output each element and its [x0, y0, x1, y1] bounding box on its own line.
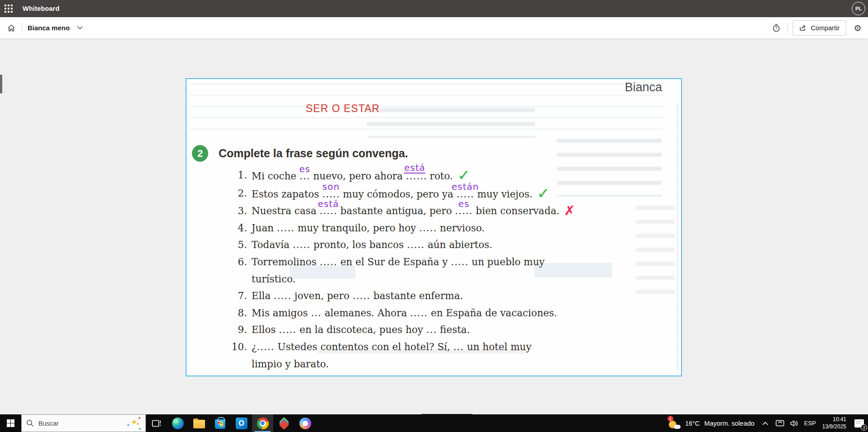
- check-mark: ✓: [537, 184, 550, 202]
- item-text: Juan ..... muy tranquilo, pero hoy .....…: [252, 220, 485, 237]
- bluestacks-icon: [278, 418, 290, 429]
- blank-dots: .....: [407, 239, 425, 250]
- divider: [788, 23, 788, 33]
- chrome-icon: [257, 418, 269, 429]
- blank-dots: .....está: [406, 170, 424, 182]
- board-name[interactable]: Bianca meno: [28, 24, 70, 32]
- item-number: 7.: [213, 287, 252, 305]
- start-button[interactable]: [0, 414, 21, 432]
- home-icon: [7, 23, 16, 33]
- item-number: 9.: [213, 321, 252, 338]
- whiteboard-app-window: Whiteboard PL Bianca meno: [0, 0, 868, 432]
- taskbar-app-outlook[interactable]: O: [231, 414, 252, 432]
- taskbar-app-bluestacks[interactable]: [273, 414, 294, 432]
- blank-dots: .....: [277, 222, 294, 234]
- notification-badge: 3: [861, 424, 867, 431]
- whiteboard-canvas[interactable]: Bianca SER O ESTAR 2 Complete la frase s…: [0, 39, 868, 414]
- clock-date: 13/9/2025: [822, 423, 846, 431]
- weather-widget[interactable]: 1 16°C Mayorm. soleado: [665, 417, 758, 429]
- exercise-item: 2.Estos zapatos .....son muy cómodos, pe…: [213, 185, 669, 203]
- inserted-image-selected[interactable]: Bianca SER O ESTAR 2 Complete la frase s…: [186, 78, 682, 376]
- blank-dots: ...es: [299, 170, 310, 182]
- copilot-icon: [299, 418, 311, 429]
- item-number: 10.: [213, 338, 252, 372]
- exercise-item: 8.Mis amigos ... alemanes. Ahora ..... e…: [213, 305, 669, 322]
- board-menu-chevron[interactable]: [73, 21, 87, 35]
- timer-button[interactable]: [770, 21, 783, 35]
- clock[interactable]: 10:41 13/9/2025: [819, 416, 850, 430]
- blank-dots: .....: [279, 324, 296, 335]
- ink-annotation: están: [452, 182, 479, 191]
- taskbar-app-copilot[interactable]: [294, 414, 316, 432]
- file-explorer-icon: [193, 420, 205, 428]
- volume-button[interactable]: [787, 414, 802, 432]
- exercise-instruction: Complete la frase según convenga.: [219, 147, 408, 160]
- divider: [22, 23, 22, 33]
- item-text: ¿..... Ustedes contentos con el hotel? S…: [252, 338, 532, 372]
- item-number: 5.: [213, 236, 252, 254]
- microsoft-store-icon: [215, 419, 225, 429]
- weather-temp: 16°C: [685, 420, 700, 427]
- app-launcher-grid-icon: [5, 5, 13, 13]
- taskbar-app-file-explorer[interactable]: [188, 414, 210, 432]
- blank-dots: .....: [451, 256, 468, 268]
- task-view-button[interactable]: [146, 414, 167, 432]
- system-tray: 1 16°C Mayorm. soleado: [665, 414, 868, 432]
- blank-dots: ...: [311, 307, 322, 319]
- menu-bar: Bianca meno Comparti: [0, 17, 868, 39]
- item-number: 4.: [213, 220, 252, 237]
- author-name: Bianca: [625, 80, 662, 94]
- page-edge-perforation: [677, 104, 678, 370]
- scan-artifact: [367, 108, 535, 138]
- windows-taskbar: Buscar ✦✦✦ O 1: [0, 414, 868, 432]
- clock-time: 10:41: [822, 416, 846, 423]
- item-number: 6.: [213, 254, 252, 287]
- account-avatar[interactable]: PL: [852, 2, 865, 15]
- title-bar: Whiteboard PL: [0, 0, 868, 17]
- item-text: Estos zapatos .....son muy cómodos, pero…: [252, 185, 550, 203]
- search-icon: [26, 419, 34, 427]
- home-button[interactable]: [5, 21, 18, 35]
- item-text: Torremolinos ..... en el Sur de España y…: [252, 254, 545, 287]
- item-number: 3.: [213, 202, 252, 220]
- language-indicator[interactable]: ESP: [802, 420, 819, 427]
- edge-icon: [172, 418, 184, 429]
- chevron-down-icon: [77, 26, 83, 30]
- blank-dots: .....está: [320, 205, 337, 216]
- blank-dots: .....es: [455, 205, 473, 216]
- blank-dots: .....: [274, 290, 291, 301]
- item-number: 8.: [213, 305, 252, 322]
- taskbar-app-chrome-active[interactable]: [252, 414, 273, 432]
- ink-annotation: está: [318, 199, 339, 208]
- taskbar-app-edge[interactable]: [167, 414, 188, 432]
- gear-icon: ⚙: [854, 23, 861, 33]
- connect-display-button[interactable]: [773, 414, 787, 432]
- taskbar-search-box[interactable]: Buscar ✦✦✦: [21, 414, 146, 432]
- item-text: Mis amigos ... alemanes. Ahora ..... en …: [252, 305, 557, 322]
- vertical-scrollbar-thumb[interactable]: [0, 75, 2, 94]
- show-hidden-icons-button[interactable]: [758, 414, 773, 432]
- item-text: Ellos ..... en la discoteca, pues hoy ..…: [252, 321, 470, 338]
- windows-logo-icon: [7, 419, 15, 427]
- item-text: Ella ..... joven, pero ..... bastante en…: [252, 287, 463, 305]
- app-launcher-button[interactable]: [0, 0, 17, 17]
- notification-center-button[interactable]: 3: [850, 414, 868, 432]
- task-view-icon: [152, 419, 162, 428]
- blank-dots: .....: [320, 256, 337, 268]
- search-placeholder: Buscar: [38, 420, 59, 427]
- weather-condition: Mayorm. soleado: [704, 420, 754, 427]
- exercise-item: 1.Mi coche ...es nuevo, pero ahora .....…: [213, 167, 669, 185]
- item-text: Mi coche ...es nuevo, pero ahora .....es…: [252, 167, 470, 185]
- ruled-line: [190, 84, 663, 84]
- search-highlights-icon: ✦✦✦: [126, 417, 141, 430]
- settings-button[interactable]: ⚙: [851, 21, 864, 35]
- blank-dots: .....: [419, 222, 437, 234]
- cross-mark: ✗: [564, 203, 575, 218]
- taskbar-app-store[interactable]: [210, 414, 231, 432]
- outlook-icon: O: [236, 418, 247, 429]
- item-number: 1.: [213, 167, 252, 185]
- blank-dots: ...: [453, 341, 464, 352]
- share-button[interactable]: Compartir: [793, 20, 846, 36]
- timer-icon: [772, 23, 781, 33]
- exercise-item: 4.Juan ..... muy tranquilo, pero hoy ...…: [213, 220, 669, 237]
